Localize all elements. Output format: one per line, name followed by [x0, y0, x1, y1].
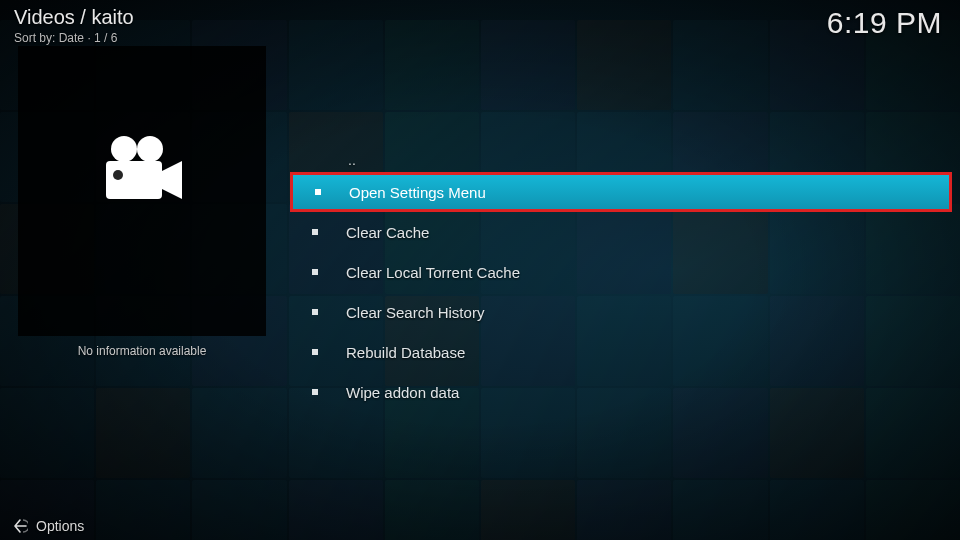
no-information-text: No information available: [18, 344, 266, 358]
header: Videos / kaito Sort by: Date · 1 / 6: [14, 6, 134, 45]
menu-item-clear-cache[interactable]: Clear Cache: [290, 212, 952, 252]
sort-label: Sort by: Date: [14, 31, 84, 45]
bullet-icon: [312, 269, 318, 275]
page-label: 1 / 6: [94, 31, 117, 45]
footer-options-label: Options: [36, 518, 84, 534]
menu-item-clear-search-history[interactable]: Clear Search History: [290, 292, 952, 332]
back-arrow-icon: [12, 518, 28, 534]
menu-item-label: Wipe addon data: [346, 384, 459, 401]
menu-list: .. Open Settings Menu Clear Cache Clear …: [290, 152, 952, 412]
menu-item-rebuild-database[interactable]: Rebuild Database: [290, 332, 952, 372]
movie-camera-icon: [94, 131, 190, 211]
menu-item-label: Clear Local Torrent Cache: [346, 264, 520, 281]
footer-options[interactable]: Options: [12, 518, 84, 534]
bullet-icon: [312, 309, 318, 315]
menu-item-open-settings[interactable]: Open Settings Menu: [290, 172, 952, 212]
menu-item-wipe-addon-data[interactable]: Wipe addon data: [290, 372, 952, 412]
menu-item-label: Clear Cache: [346, 224, 429, 241]
bullet-icon: [312, 389, 318, 395]
svg-point-0: [111, 136, 137, 162]
svg-point-1: [137, 136, 163, 162]
bullet-icon: [312, 349, 318, 355]
svg-rect-2: [106, 161, 162, 199]
menu-item-clear-local-torrent-cache[interactable]: Clear Local Torrent Cache: [290, 252, 952, 292]
breadcrumb: Videos / kaito: [14, 6, 134, 29]
svg-point-3: [113, 170, 123, 180]
list-back-indicator[interactable]: ..: [290, 152, 952, 168]
menu-item-label: Rebuild Database: [346, 344, 465, 361]
clock: 6:19 PM: [827, 6, 942, 40]
header-subtitle: Sort by: Date · 1 / 6: [14, 31, 134, 45]
sidebar-preview-panel: [18, 46, 266, 336]
menu-item-label: Open Settings Menu: [349, 184, 486, 201]
menu-item-label: Clear Search History: [346, 304, 484, 321]
bullet-icon: [315, 189, 321, 195]
bullet-icon: [312, 229, 318, 235]
